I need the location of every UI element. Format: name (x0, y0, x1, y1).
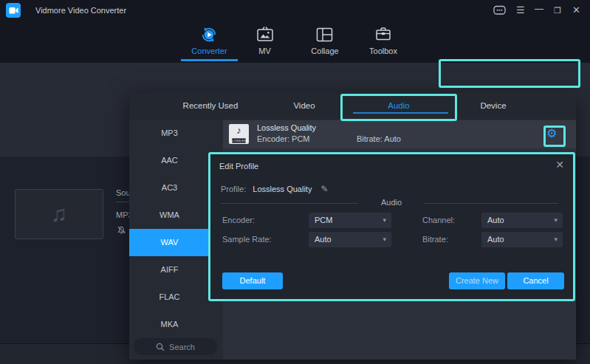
sidebar-item-aiff[interactable]: AIFF (129, 256, 210, 284)
feedback-icon[interactable] (493, 5, 506, 16)
section-divider-right (425, 203, 558, 204)
tab-audio[interactable]: Audio (354, 101, 443, 110)
profile-value: Lossless Quality (253, 185, 312, 193)
profile-row-lossless[interactable]: ♪ LOSSLESS Lossless Quality Encoder: PCM… (223, 120, 576, 148)
window-title: Vidmore Video Converter (35, 6, 126, 15)
minimize-icon[interactable]: — (535, 4, 543, 14)
bitrate-value: Auto (487, 232, 504, 247)
cancel-button[interactable]: Cancel (507, 272, 564, 289)
edit-profile-dialog: Edit Profile ✕ Profile: Lossless Quality… (208, 152, 575, 301)
profile-title: Lossless Quality (257, 123, 316, 132)
close-icon[interactable]: ✕ (572, 5, 580, 16)
source-label-fragment: Sou (116, 188, 131, 197)
channel-caret-icon: ▾ (554, 213, 558, 228)
dialog-close-icon[interactable]: ✕ (555, 159, 564, 171)
format-panel-tabs: Recently Used Video Audio Device (129, 92, 576, 120)
channel-label: Channel: (422, 216, 455, 224)
section-title-audio: Audio (358, 198, 425, 207)
tab-device[interactable]: Device (449, 101, 538, 110)
sidebar-item-aac[interactable]: AAC (129, 147, 210, 174)
sample-rate-value: Auto (315, 232, 332, 247)
tab-mv[interactable]: MV (244, 47, 286, 55)
tab-recently-used[interactable]: Recently Used (166, 101, 255, 110)
channel-value: Auto (487, 213, 504, 228)
badge-label: LOSSLESS (232, 138, 245, 142)
toolbar: Add Files ▾ Converting Converted Convert… (0, 63, 590, 90)
default-button[interactable]: Default (222, 272, 283, 289)
menu-icon[interactable]: ☰ (516, 5, 525, 16)
header: Vidmore Video Converter ☰ — ❐ ✕ Converte… (0, 0, 590, 63)
profile-label: Profile: (221, 185, 246, 193)
mv-icon[interactable] (256, 26, 274, 43)
sidebar-item-wma[interactable]: WMA (129, 202, 210, 229)
maximize-icon[interactable]: ❐ (554, 5, 561, 16)
bitrate-select[interactable]: Auto ▾ (481, 232, 563, 247)
lossless-format-icon: ♪ LOSSLESS (229, 124, 249, 144)
sample-rate-label: Sample Rate: (222, 235, 272, 244)
section-divider-left (221, 203, 358, 204)
tab-converter[interactable]: Converter (181, 47, 238, 55)
badge-note-glyph: ♪ (229, 124, 249, 137)
dialog-title: Edit Profile (219, 162, 258, 171)
camcorder-glyph (9, 7, 18, 15)
tab-toolbox[interactable]: Toolbox (361, 47, 405, 55)
encoder-select[interactable]: PCM ▾ (309, 213, 391, 228)
tab-video[interactable]: Video (260, 101, 349, 110)
bitrate-caret-icon: ▾ (554, 232, 558, 247)
converter-tab-underline (181, 59, 238, 61)
music-note-icon: ♫ (51, 202, 68, 227)
encoder-caret-icon: ▾ (383, 213, 386, 228)
profile-bitrate: Bitrate: Auto (357, 134, 401, 143)
profile-name-row: Profile: Lossless Quality ✎ (221, 184, 329, 194)
format-search[interactable]: Search (134, 338, 217, 355)
source-divider (116, 202, 129, 202)
converter-icon[interactable] (199, 25, 219, 44)
search-icon (156, 343, 165, 351)
sidebar-item-mka[interactable]: MKA (129, 311, 210, 338)
encoder-value: PCM (315, 213, 332, 228)
sidebar-item-ac3[interactable]: AC3 (129, 174, 210, 202)
app-logo-icon (6, 3, 21, 18)
sample-rate-caret-icon: ▾ (383, 232, 386, 247)
edit-profile-gear-icon[interactable]: ⚙ (546, 126, 557, 141)
audio-thumbnail: ♫ (15, 189, 103, 239)
toolbox-icon[interactable] (375, 27, 391, 41)
rename-pencil-icon[interactable]: ✎ (320, 184, 328, 194)
collage-icon[interactable] (316, 27, 333, 42)
create-new-button[interactable]: Create New (449, 272, 505, 289)
encoder-label: Encoder: (222, 216, 255, 224)
mute-icon[interactable] (117, 225, 126, 235)
search-placeholder: Search (169, 343, 195, 351)
channel-select[interactable]: Auto ▾ (481, 213, 563, 228)
sidebar-item-wav[interactable]: WAV (129, 229, 210, 256)
tab-collage[interactable]: Collage (303, 47, 347, 55)
bitrate-label: Bitrate: (422, 235, 448, 244)
sample-rate-select[interactable]: Auto ▾ (309, 232, 391, 247)
profile-encoder: Encoder: PCM (257, 134, 310, 143)
sidebar-item-mp3[interactable]: MP3 (129, 120, 210, 147)
sidebar-item-flac[interactable]: FLAC (129, 284, 210, 311)
audio-tab-underline (353, 112, 448, 114)
